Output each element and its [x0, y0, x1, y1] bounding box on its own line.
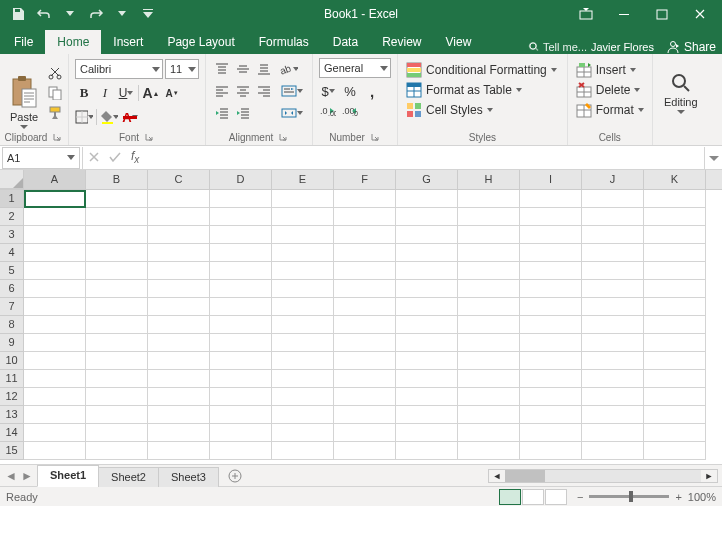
column-header[interactable]: B [86, 170, 148, 189]
cell[interactable] [396, 244, 458, 262]
cell[interactable] [272, 370, 334, 388]
cell[interactable] [24, 280, 86, 298]
cell[interactable] [272, 298, 334, 316]
sheet-nav-next-icon[interactable]: ► [20, 469, 34, 483]
scroll-left-icon[interactable]: ◄ [489, 470, 505, 482]
row-header[interactable]: 10 [0, 352, 24, 370]
column-header[interactable]: C [148, 170, 210, 189]
cell[interactable] [86, 334, 148, 352]
cell-styles-button[interactable]: Cell Styles [404, 100, 559, 120]
cell[interactable] [148, 190, 210, 208]
new-sheet-icon[interactable] [225, 466, 245, 486]
cancel-formula-icon[interactable] [89, 152, 99, 162]
format-as-table-button[interactable]: Format as Table [404, 80, 559, 100]
share-button[interactable]: Share [658, 40, 716, 54]
cut-icon[interactable] [46, 64, 64, 82]
select-all-corner[interactable] [0, 170, 24, 189]
cell[interactable] [334, 424, 396, 442]
cell[interactable] [148, 316, 210, 334]
decrease-indent-icon[interactable] [212, 104, 232, 122]
cell[interactable] [582, 406, 644, 424]
cell[interactable] [24, 226, 86, 244]
cell[interactable] [86, 388, 148, 406]
cell[interactable] [644, 190, 706, 208]
horizontal-scrollbar[interactable]: ◄ ► [245, 469, 722, 483]
cell[interactable] [520, 334, 582, 352]
cell[interactable] [148, 406, 210, 424]
cell[interactable] [86, 208, 148, 226]
qat-customize-icon[interactable] [138, 4, 158, 24]
cell[interactable] [210, 316, 272, 334]
cell[interactable] [334, 208, 396, 226]
cell[interactable] [458, 370, 520, 388]
cell[interactable] [396, 406, 458, 424]
cell[interactable] [24, 424, 86, 442]
cell[interactable] [458, 208, 520, 226]
cell[interactable] [210, 190, 272, 208]
accounting-format-icon[interactable]: $ [319, 82, 337, 100]
column-header[interactable]: G [396, 170, 458, 189]
cell[interactable] [520, 406, 582, 424]
cell[interactable] [396, 280, 458, 298]
cell[interactable] [644, 316, 706, 334]
cell[interactable] [24, 190, 86, 208]
cell[interactable] [148, 262, 210, 280]
cell[interactable] [24, 334, 86, 352]
tab-pagelayout[interactable]: Page Layout [155, 30, 246, 54]
minimize-icon[interactable] [606, 0, 642, 28]
page-layout-view-icon[interactable] [522, 489, 544, 505]
cell[interactable] [334, 334, 396, 352]
row-header[interactable]: 2 [0, 208, 24, 226]
tab-insert[interactable]: Insert [101, 30, 155, 54]
cell[interactable] [24, 316, 86, 334]
cell[interactable] [520, 208, 582, 226]
sheet-tab-2[interactable]: Sheet2 [98, 467, 159, 487]
cell[interactable] [644, 262, 706, 280]
format-painter-icon[interactable] [46, 104, 64, 122]
bold-button[interactable]: B [75, 84, 93, 102]
underline-button[interactable]: U [117, 84, 135, 102]
cell[interactable] [334, 370, 396, 388]
cell[interactable] [644, 352, 706, 370]
cell[interactable] [24, 370, 86, 388]
cell[interactable] [334, 190, 396, 208]
cell[interactable] [582, 244, 644, 262]
cell[interactable] [520, 388, 582, 406]
cell[interactable] [148, 208, 210, 226]
comma-format-icon[interactable]: , [363, 82, 381, 100]
cell[interactable] [86, 190, 148, 208]
cell[interactable] [582, 424, 644, 442]
cell[interactable] [458, 388, 520, 406]
align-right-icon[interactable] [254, 82, 274, 100]
align-bottom-icon[interactable] [254, 60, 274, 78]
format-cells-button[interactable]: Format [574, 100, 646, 120]
row-header[interactable]: 11 [0, 370, 24, 388]
cell[interactable] [272, 388, 334, 406]
cell[interactable] [458, 226, 520, 244]
cell[interactable] [458, 352, 520, 370]
cell[interactable] [396, 442, 458, 460]
tab-home[interactable]: Home [45, 30, 101, 54]
cell[interactable] [582, 316, 644, 334]
row-header[interactable]: 8 [0, 316, 24, 334]
cell[interactable] [272, 262, 334, 280]
cell[interactable] [520, 424, 582, 442]
zoom-slider[interactable] [589, 495, 669, 498]
cell[interactable] [582, 370, 644, 388]
align-center-icon[interactable] [233, 82, 253, 100]
cell[interactable] [582, 298, 644, 316]
dialog-launcher-icon[interactable] [369, 131, 381, 143]
dialog-launcher-icon[interactable] [277, 131, 289, 143]
cell[interactable] [644, 334, 706, 352]
tab-file[interactable]: File [0, 30, 45, 54]
cell[interactable] [86, 424, 148, 442]
cell[interactable] [334, 352, 396, 370]
cell[interactable] [644, 424, 706, 442]
cell[interactable] [210, 370, 272, 388]
column-header[interactable]: K [644, 170, 706, 189]
increase-decimal-icon[interactable]: .0.00 [319, 102, 337, 120]
italic-button[interactable]: I [96, 84, 114, 102]
cell[interactable] [582, 280, 644, 298]
name-box[interactable]: A1 [2, 147, 80, 169]
sheet-nav-prev-icon[interactable]: ◄ [4, 469, 18, 483]
